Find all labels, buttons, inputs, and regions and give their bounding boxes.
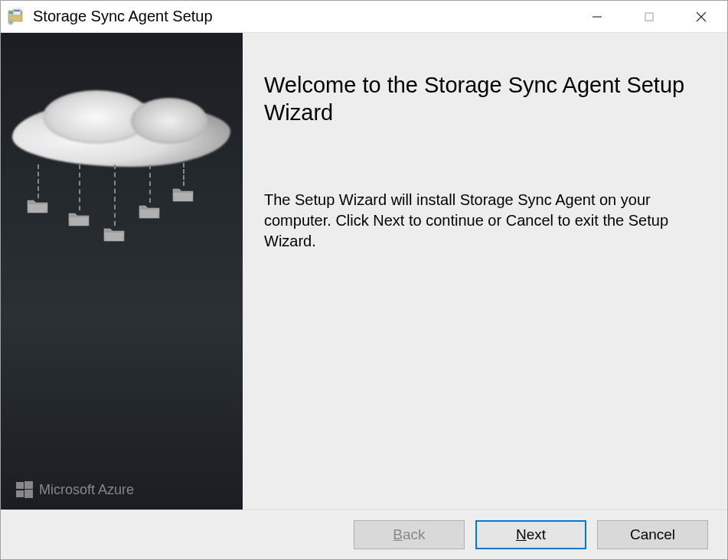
svg-rect-3 [14,10,20,11]
svg-rect-6 [645,13,653,21]
cancel-button[interactable]: Cancel [597,520,708,549]
connector-line [114,164,116,226]
window-controls [571,1,727,32]
cloud-graphic [12,102,230,167]
svg-rect-11 [16,490,24,497]
branding-text: Microsoft Azure [39,482,134,498]
setup-wizard-window: Storage Sync Agent Setup [0,0,728,560]
window-title: Storage Sync Agent Setup [33,8,571,25]
close-button[interactable] [675,1,727,32]
content-area: Microsoft Azure Welcome to the Storage S… [1,33,727,510]
back-button: Back [354,520,465,549]
wizard-sidebar-image: Microsoft Azure [1,33,243,510]
button-bar: Back Next Cancel [1,510,727,559]
folder-icon [138,203,161,220]
installer-icon [7,8,25,26]
folder-icon [103,226,126,243]
connector-line [183,163,184,186]
svg-rect-9 [16,482,24,489]
main-content: Welcome to the Storage Sync Agent Setup … [243,33,727,510]
folder-icon [171,186,194,203]
folder-icon [26,197,49,214]
connector-line [149,164,151,203]
maximize-button[interactable] [623,1,675,32]
connector-line [79,164,80,210]
azure-branding: Microsoft Azure [16,481,134,498]
svg-rect-12 [24,490,33,498]
wizard-description: The Setup Wizard will install Storage Sy… [264,190,697,252]
connector-line [38,164,39,198]
minimize-button[interactable] [571,1,623,32]
folder-icon [67,210,90,227]
wizard-heading: Welcome to the Storage Sync Agent Setup … [264,71,697,127]
svg-rect-10 [24,481,33,489]
titlebar: Storage Sync Agent Setup [1,1,727,33]
windows-logo-icon [16,481,33,498]
next-button[interactable]: Next [475,520,586,549]
